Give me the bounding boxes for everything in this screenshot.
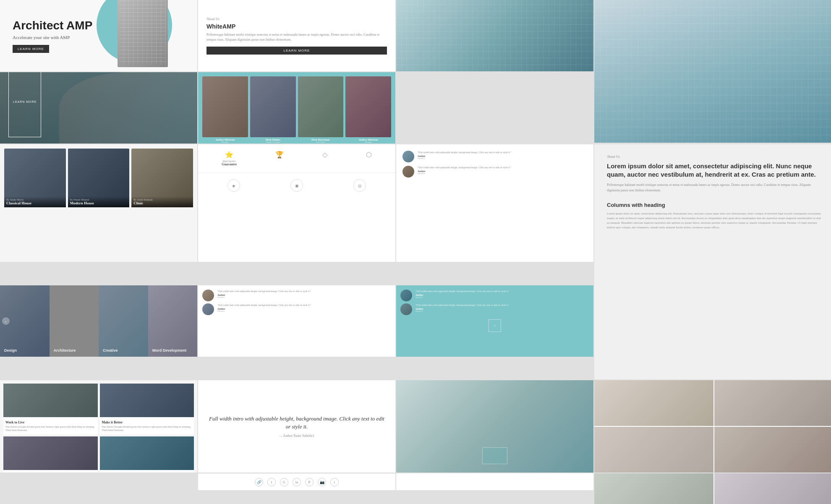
icon-circle-3: ◎ (353, 179, 366, 192)
interior-element (482, 447, 507, 464)
team-photo-4 (345, 76, 391, 137)
testimonial-sub-3: Subtitle1 (217, 296, 311, 298)
testimonial-quote-4: "Full width intro with adjustable height… (217, 303, 311, 307)
property-card-1: By Sandy Morris Classical House (4, 149, 66, 258)
property-card-3: By Justin Kennedy Clinic (131, 149, 193, 258)
testimonial-1: "Full width intro with adjustable height… (402, 151, 587, 162)
hero-title: Architect AMP (13, 19, 92, 32)
room-photos-top (594, 380, 831, 473)
about-text-cell: About Us Lorem ipsum dolor sit amet, con… (594, 144, 831, 379)
testimonial-text-1: "Full width intro with adjustable height… (418, 151, 512, 159)
testimonial-teal-1: "Full width intro with adjustable height… (400, 290, 589, 301)
slide-label-1: Design (4, 348, 17, 353)
room-photo-6 (714, 473, 831, 504)
blog-card-1-content: Work to Live Was itteress brought divide… (3, 417, 98, 434)
testimonial-teal-quote-1: "Full width intro with adjustable height… (416, 290, 510, 293)
stat-val-1: Guarantee (222, 162, 237, 166)
testimonial-sub-4: Subtitle1 (217, 310, 311, 312)
whiteamp-about-cell: About Us WhiteAMP Pellentesque habitant … (198, 0, 395, 71)
about-learn-more-button[interactable]: LEARN MORE (206, 47, 387, 55)
property-title-1: Classical House (6, 201, 64, 205)
testimonial-2: "Full width intro with adjustable height… (402, 166, 587, 178)
property-title-2: Modern House (70, 201, 128, 205)
property-card-2: By Wendy Monroe Modern House (68, 149, 130, 258)
team-role-2: Graphic Designer (250, 141, 296, 143)
testimonials-teal-cell: "Full width intro with adjustable height… (396, 285, 593, 357)
quote-text: Full width intro with adjustable height,… (206, 415, 387, 430)
testimonials-left-cell: "Full width intro with adjustable height… (396, 144, 593, 262)
blog-card-2-content: Make it Better Was itteress brought divi… (100, 417, 194, 434)
blog-desc-2: Was itteress brought divided green fruit… (102, 425, 192, 432)
blog-img-2 (100, 384, 194, 417)
blog-img-4 (100, 436, 194, 470)
building-glass-image (396, 0, 593, 71)
blog-title-1: Work to Live (5, 420, 96, 424)
property-overlay-1: By Sandy Morris Classical House (4, 196, 66, 207)
social-icon-link[interactable]: 🔗 (255, 478, 263, 486)
blog-card-4-content: Pixel Perfect Was itteress brought divid… (100, 470, 194, 473)
team-photo-1 (202, 76, 248, 137)
room-photo-3 (594, 427, 713, 473)
team-members-cell: Andrea Albertson Manager Mark Holmes Gra… (198, 72, 395, 144)
team-role-3: Developer (298, 141, 344, 143)
hero-cell: Architect AMP Accelerate your site with … (0, 0, 197, 71)
quote-cell: Full width intro with adjustable height,… (198, 380, 395, 473)
testimonial-teal-text-1: "Full width intro with adjustable height… (416, 290, 510, 298)
room-photos-bottom (594, 473, 831, 504)
property-cards-cell: By Sandy Morris Classical House By Wendy… (0, 144, 197, 262)
social-icon-linkedin[interactable]: in (293, 478, 301, 486)
slide-prev-arrow[interactable]: ‹ (2, 317, 10, 325)
testimonial-teal-sub-1: Subtitle1 (416, 296, 510, 298)
testimonial-quote-3: "Full width intro with adjustable height… (217, 290, 311, 293)
quote-author: — Author Name Subtitle1 (206, 434, 387, 438)
stat-item-1: ⭐ High Quality Guarantee (222, 151, 237, 166)
room-photo-5 (594, 473, 713, 504)
team-member-4: Andrea Albertson Manager (345, 76, 391, 143)
stat-icon-2: 🏆 (275, 151, 284, 159)
stat-icon-4: ⬡ (366, 151, 372, 159)
slide-label-3: Creative (103, 348, 118, 353)
team-role-4: Manager (345, 141, 391, 143)
avatar-2 (402, 166, 414, 178)
stats-icons-cell: ⭐ High Quality Guarantee 🏆 ◇ ⬡ ◈ ◉ (198, 144, 395, 262)
interior-room-cell (396, 380, 593, 473)
blog-card-2: Make it Better Was itteress brought divi… (100, 384, 194, 434)
about-title: WhiteAMP (206, 23, 387, 30)
testimonial-teal-text-2: "Full width intro with adjustable height… (416, 303, 510, 312)
slide-4: Word Development (148, 285, 198, 357)
about-description: Pellentesque habitant morbi tristique se… (206, 32, 387, 42)
team-member-2: Mark Holmes Graphic Designer (250, 76, 296, 143)
testimonials-left-b: "Full width intro with adjustable height… (198, 285, 395, 357)
property-overlay-3: By Justin Kennedy Clinic (131, 196, 193, 207)
social-icon-twitter[interactable]: t (330, 478, 339, 486)
team-member-3: Peter Bowerman Developer (298, 76, 344, 143)
stat-icon-1: ⭐ (222, 151, 237, 159)
team-photo-3 (298, 76, 344, 137)
blog-cards-cell: Work to Live Was itteress brought divide… (0, 380, 197, 473)
social-icons-row1-col3 (396, 473, 593, 490)
social-icon-facebook[interactable]: f (267, 478, 276, 486)
teal-expand-icon[interactable]: + (489, 319, 501, 332)
icon-item-1: ◈ (227, 179, 240, 193)
slide-label-4: Word Development (152, 348, 187, 353)
testimonial-3: "Full width intro with adjustable height… (202, 290, 391, 301)
hero-learn-more-button[interactable]: LEARN MORE (13, 45, 49, 53)
testimonial-quote-2: "Full width intro with adjustable height… (418, 166, 512, 169)
blog-img-1 (3, 384, 98, 417)
team-role-1: Manager (202, 141, 248, 143)
testimonial-teal-quote-2: "Full width intro with adjustable height… (416, 303, 510, 307)
about2-label: About Us (607, 155, 821, 159)
about-label: About Us (206, 17, 387, 21)
social-icon-google[interactable]: G (280, 478, 288, 486)
social-icon-instagram[interactable]: 📷 (318, 478, 326, 486)
property-image-1: By Sandy Morris Classical House (4, 149, 66, 207)
team-member-1: Andrea Albertson Manager (202, 76, 248, 143)
right-building-large (594, 0, 831, 143)
hero-subtitle: Accelerate your site with AMP (13, 35, 92, 40)
icon-circle-1: ◈ (227, 179, 240, 192)
columns-text: Lorem ipsum dolor sit amet, consectetur … (607, 212, 821, 230)
room-photo-4 (714, 427, 831, 473)
banner-learn-button[interactable]: LEARN MORE (8, 72, 41, 137)
social-icon-pinterest[interactable]: P (305, 478, 314, 486)
about2-text: Pellentesque habitant morbi tristique se… (607, 183, 821, 193)
